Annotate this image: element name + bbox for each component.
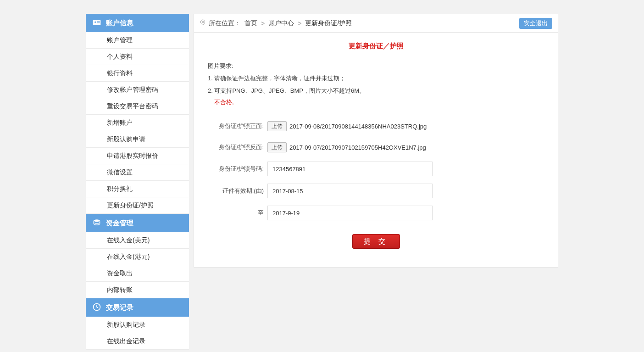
valid-from-input[interactable] — [267, 184, 433, 198]
valid-to-label: 至 — [208, 209, 267, 217]
breadcrumb-location-label: 所在位置： — [209, 19, 241, 28]
location-icon — [200, 19, 206, 27]
sidebar-item-bank-info[interactable]: 银行资料 — [86, 65, 189, 82]
sidebar-item-deposit-usd[interactable]: 在线入金(美元) — [86, 232, 189, 249]
sidebar-item-change-mgmt-pwd[interactable]: 修改帐户管理密码 — [86, 82, 189, 98]
breadcrumb-separator: > — [298, 20, 301, 27]
back-file-name: 2017-09-07/20170907102159705H42OXVE1N7.j… — [289, 144, 426, 151]
front-file-name: 2017-09-08/20170908144148356NHA023STRQ.j… — [289, 123, 427, 130]
sidebar-item-new-account[interactable]: 新增账户 — [86, 115, 189, 131]
sidebar-item-reset-trade-pwd[interactable]: 重设交易平台密码 — [86, 98, 189, 115]
breadcrumb-home[interactable]: 首页 — [244, 19, 257, 28]
sidebar-item-ipo-log[interactable]: 新股认购记录 — [86, 317, 189, 333]
sidebar-item-wechat[interactable]: 微信设置 — [86, 164, 189, 181]
sidebar-section-title: 交易记录 — [106, 303, 133, 312]
sidebar-section-funds: 资金管理 — [86, 214, 189, 232]
main-panel: 所在位置： 首页 > 账户中心 > 更新身份证/护照 安全退出 更新身份证／护照… — [194, 14, 558, 268]
svg-rect-3 — [97, 22, 100, 23]
svg-point-1 — [94, 21, 96, 22]
requirements-line-1: 1. 请确保证件边框完整，字体清晰，证件并未过期； — [208, 74, 544, 84]
id-card-icon — [92, 18, 101, 28]
sidebar-item-deposit-hkd[interactable]: 在线入金(港元) — [86, 249, 189, 265]
invalid-status: 不合格, — [214, 98, 544, 106]
breadcrumb: 所在位置： 首页 > 账户中心 > 更新身份证/护照 安全退出 — [194, 14, 558, 33]
valid-to-input[interactable] — [267, 206, 433, 220]
svg-point-6 — [202, 21, 204, 23]
breadcrumb-separator: > — [261, 20, 265, 27]
sidebar-item-withdraw-log[interactable]: 在线出金记录 — [86, 333, 189, 350]
panel-title: 更新身份证／护照 — [208, 42, 544, 50]
sidebar-item-hk-quote[interactable]: 申请港股实时报价 — [86, 148, 189, 164]
id-number-label: 身份证/护照号码: — [208, 165, 267, 173]
sidebar-item-personal-info[interactable]: 个人资料 — [86, 49, 189, 65]
requirements-line-2: 2. 可支持PNG、JPG、JPEG、BMP，图片大小不超过6M。 — [208, 86, 544, 96]
sidebar-section-title: 资金管理 — [106, 219, 133, 228]
valid-from-label: 证件有效期:(由) — [208, 187, 267, 195]
breadcrumb-account-center[interactable]: 账户中心 — [268, 19, 294, 28]
sidebar: 账户信息 账户管理 个人资料 银行资料 修改帐户管理密码 重设交易平台密码 新增… — [86, 14, 189, 350]
breadcrumb-current: 更新身份证/护照 — [305, 19, 352, 28]
coins-icon — [92, 218, 101, 229]
sidebar-item-account-mgmt[interactable]: 账户管理 — [86, 32, 189, 49]
sidebar-section-trade-log: 交易记录 — [86, 298, 189, 317]
upload-front-button[interactable]: 上传 — [267, 121, 287, 131]
sidebar-item-internal-transfer[interactable]: 内部转账 — [86, 282, 189, 298]
sidebar-item-points[interactable]: 积分换礼 — [86, 181, 189, 197]
clock-icon — [92, 302, 101, 313]
svg-rect-2 — [97, 21, 100, 22]
svg-point-4 — [94, 219, 100, 222]
requirements-heading: 图片要求: — [208, 61, 544, 71]
sidebar-item-update-id[interactable]: 更新身份证/护照 — [86, 197, 189, 214]
submit-button[interactable]: 提 交 — [352, 234, 400, 249]
sidebar-item-withdraw[interactable]: 资金取出 — [86, 265, 189, 282]
upload-back-button[interactable]: 上传 — [267, 142, 287, 152]
back-image-label: 身份证/护照反面: — [208, 143, 267, 151]
front-image-label: 身份证/护照正面: — [208, 122, 267, 130]
sidebar-section-account-info: 账户信息 — [86, 14, 189, 32]
id-number-input[interactable] — [267, 162, 433, 176]
sidebar-item-ipo-apply[interactable]: 新股认购申请 — [86, 131, 189, 148]
sidebar-section-title: 账户信息 — [106, 19, 133, 28]
logout-button[interactable]: 安全退出 — [519, 18, 552, 29]
